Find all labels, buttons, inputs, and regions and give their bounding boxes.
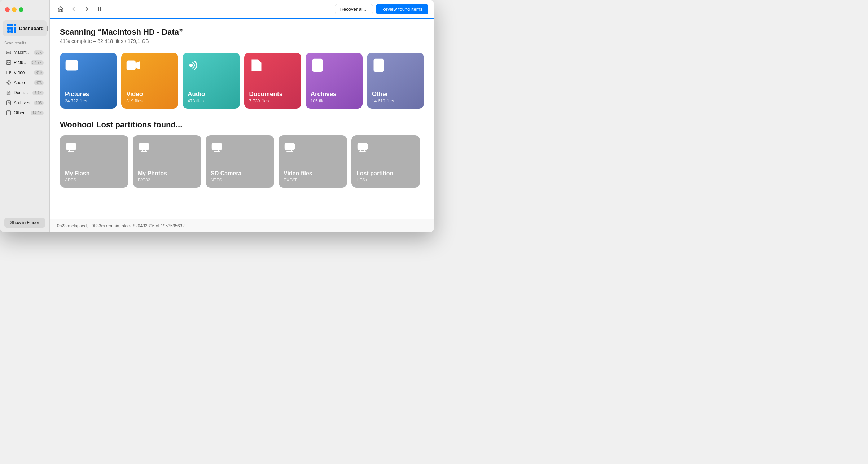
partitions-grid: My Flash APFS My Photos FAT32 SD Camera … [60,135,424,188]
sidebar-item-badge: 105 [34,101,44,105]
svg-rect-45 [285,143,294,150]
drive-icon [356,141,415,155]
sidebar-item-name: Audio [14,80,32,85]
dashboard-item[interactable]: Dashboard [3,20,47,36]
svg-rect-3 [6,61,11,65]
status-text: 0h23m elapsed, ~0h33m remain, block 8204… [57,223,185,228]
sidebar-item-name: Pictures [14,60,29,65]
partition-fs: FAT32 [138,178,196,183]
documents-card-icon [249,58,296,72]
sidebar-item-video[interactable]: Video 319 [2,68,47,77]
sidebar-item-name: Other [14,110,29,115]
archives-card[interactable]: Archives 105 files [306,53,363,109]
drive-icon [65,141,123,155]
sidebar-item-name: Macintosh HD - Da... [14,50,31,55]
svg-rect-28 [312,59,322,71]
sidebar-item-badge: 58K [34,50,44,55]
documents-card[interactable]: Documents 7 739 files [244,53,301,109]
svg-rect-5 [6,71,10,74]
sidebar-item-name: Archives [14,100,32,105]
scan-results-label: Scan results [0,39,49,47]
partition-name: My Photos [138,170,196,177]
svg-point-44 [219,146,220,147]
show-in-finder-button[interactable]: Show in Finder [4,218,45,228]
sidebar-item-badge: 14,6K [31,111,44,115]
pause-button[interactable] [95,4,105,14]
svg-point-6 [6,82,8,83]
partition-fs: NTFS [211,178,269,183]
sidebar-item-name: Video [14,70,32,75]
audio-card-count: 473 files [188,99,234,104]
sidebar-item-macintosh-hd[interactable]: Macintosh HD - Da... 58K [2,48,47,57]
status-bar: 0h23m elapsed, ~0h33m remain, block 8204… [50,219,434,232]
lost-partitions-title: Woohoo! Lost partitions found... [60,120,424,130]
toolbar: Recover all... Review found items [50,0,434,19]
pictures-card-count: 34 722 files [65,99,112,104]
pictures-card[interactable]: Pictures 34 722 files [60,53,117,109]
other-card[interactable]: Other 14 619 files [367,53,424,109]
back-button[interactable] [69,4,79,14]
svg-point-24 [190,64,193,67]
archives-icon [6,100,12,106]
drive-icon [138,141,196,155]
svg-rect-35 [374,59,384,71]
video-card-icon [126,58,173,72]
audio-icon [6,80,12,86]
svg-rect-39 [66,143,76,150]
sidebar: Dashboard Scan results Macintosh HD - Da… [0,0,50,232]
content-area: Scanning “Macintosh HD - Data” 41% compl… [50,19,434,219]
loading-spinner [47,26,48,31]
partition-fs: EXFAT [284,178,342,183]
svg-point-42 [146,146,147,147]
sidebar-item-audio[interactable]: Audio 473 [2,78,47,87]
svg-rect-20 [100,7,102,11]
scan-subtitle: 41% complete – 82 418 files / 179,1 GB [60,38,424,44]
other-icon [6,110,12,116]
recover-all-button[interactable]: Recover all... [335,4,373,14]
drive-icon [211,141,269,155]
partition-fs: APFS [65,178,123,183]
sidebar-item-archives[interactable]: Archives 105 [2,98,47,108]
file-cards-grid: Pictures 34 722 files Video 319 files Au… [60,53,424,109]
review-found-items-button[interactable]: Review found items [376,4,428,14]
video-card-count: 319 files [126,99,173,104]
svg-point-48 [364,146,366,147]
close-button[interactable] [5,7,10,12]
svg-rect-23 [127,61,135,70]
sidebar-item-badge: 473 [34,80,44,85]
documents-card-count: 7 739 files [249,99,296,104]
video-card-name: Video [126,91,173,98]
maximize-button[interactable] [19,7,23,12]
dashboard-label: Dashboard [19,26,44,31]
partition-card-sd-camera[interactable]: SD Camera NTFS [206,135,274,188]
audio-card-name: Audio [188,91,234,98]
drive-icon [284,141,342,155]
home-button[interactable] [56,4,66,14]
minimize-button[interactable] [12,7,17,12]
video-icon [6,70,12,75]
sidebar-item-badge: 7,7K [32,91,44,95]
partition-card-video-files[interactable]: Video files EXFAT [279,135,347,188]
partition-name: Lost partition [356,170,415,177]
svg-point-46 [291,146,293,147]
partition-card-my-flash[interactable]: My Flash APFS [60,135,128,188]
partition-card-lost-partition[interactable]: Lost partition HFS+ [351,135,420,188]
sidebar-item-badge: 319 [34,70,44,75]
svg-rect-47 [358,143,367,150]
drive-icon [6,49,12,55]
audio-card[interactable]: Audio 473 files [183,53,240,109]
titlebar [0,0,49,19]
svg-rect-43 [212,143,222,150]
sidebar-item-other[interactable]: Other 14,6K [2,108,47,118]
svg-rect-41 [139,143,149,150]
other-card-icon [372,58,419,72]
sidebar-item-documents[interactable]: Documents 7,7K [2,88,47,97]
sidebar-item-name: Documents [14,90,30,95]
partition-fs: HFS+ [356,178,415,183]
video-card[interactable]: Video 319 files [121,53,178,109]
pictures-card-name: Pictures [65,91,112,98]
forward-button[interactable] [82,4,92,14]
partition-card-my-photos[interactable]: My Photos FAT32 [133,135,201,188]
svg-point-1 [9,52,10,53]
sidebar-item-pictures[interactable]: Pictures 34,7K [2,58,47,67]
